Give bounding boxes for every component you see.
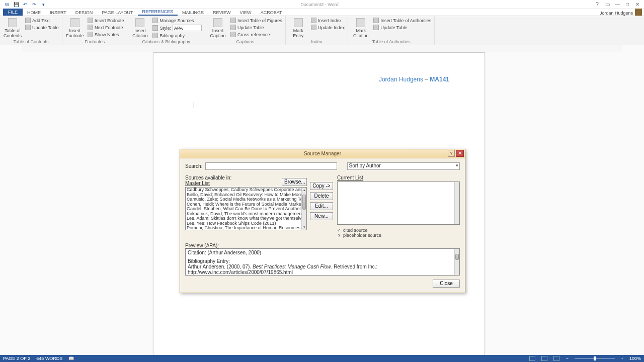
add-text-button[interactable]: Add Text — [24, 17, 60, 24]
copy-button[interactable]: Copy -> — [310, 182, 333, 190]
zoom-slider[interactable] — [575, 358, 615, 359]
bibliography-icon — [152, 33, 158, 38]
dialog-close-icon[interactable]: ✕ — [456, 150, 464, 157]
zoom-out-button[interactable]: − — [566, 356, 568, 361]
save-icon[interactable]: 💾 — [13, 2, 19, 8]
list-item[interactable]: Lee, Yee; How Facebook Ships Code (2011) — [186, 221, 301, 226]
scrollbar[interactable]: ▴ ▾ — [301, 188, 306, 230]
update-toc-button[interactable]: Update Table — [24, 24, 60, 31]
tab-references[interactable]: REFERENCES — [138, 9, 178, 16]
scroll-down-icon[interactable]: ▾ — [302, 225, 307, 230]
group-label: Footnotes — [64, 39, 125, 45]
tab-file[interactable]: FILE — [3, 9, 23, 16]
table-of-contents-button[interactable]: Table of Contents — [2, 17, 23, 39]
account-picture[interactable] — [635, 9, 642, 16]
tab-page-layout[interactable]: PAGE LAYOUT — [97, 10, 137, 16]
group-citations: Citations & Bibliography Insert Citation… — [127, 16, 205, 45]
style-select[interactable]: Style: — [151, 24, 203, 32]
preview-citation: Citation: (Arthur Andersen, 2000) — [188, 250, 457, 255]
next-footnote-button[interactable]: Next Footnote — [87, 24, 125, 31]
insert-endnote-button[interactable]: Insert Endnote — [87, 17, 125, 24]
add-text-icon — [25, 18, 31, 23]
update-toa-button[interactable]: Update Table — [372, 24, 432, 31]
list-item[interactable]: Cohen, Heidi; Where is the Future of Soc… — [186, 202, 301, 207]
current-list-box[interactable] — [337, 182, 460, 225]
list-item[interactable]: Kirkpatrick, David; The world's most mod… — [186, 212, 301, 217]
preview-label: Preview (APA): — [185, 243, 460, 248]
update-icon — [230, 25, 236, 30]
tab-home[interactable]: HOME — [23, 10, 45, 16]
print-layout-icon[interactable] — [541, 356, 547, 361]
scrollbar[interactable] — [454, 249, 459, 275]
list-item[interactable]: Camusio, Zeke; Social Media Networks as … — [186, 197, 301, 202]
undo-icon[interactable]: ↶ — [22, 2, 28, 8]
style-input[interactable] — [173, 25, 202, 31]
manage-sources-button[interactable]: Manage Sources — [151, 17, 203, 24]
new-button[interactable]: New... — [310, 212, 333, 220]
dialog-title-bar[interactable]: Source Manager ? ✕ — [180, 149, 465, 158]
show-notes-button[interactable]: Show Notes — [87, 31, 125, 38]
scrollbar[interactable] — [454, 182, 459, 224]
cross-reference-button[interactable]: Cross-reference — [229, 31, 283, 38]
scroll-thumb[interactable] — [302, 195, 306, 210]
scroll-thumb[interactable] — [455, 254, 459, 260]
browse-button[interactable]: Browse... — [282, 178, 307, 186]
update-tof-button[interactable]: Update Table — [229, 24, 283, 31]
insert-toa-button[interactable]: Insert Table of Authorities — [372, 17, 432, 24]
delete-button[interactable]: Delete — [310, 192, 333, 200]
insert-index-button[interactable]: Insert Index — [310, 17, 346, 24]
redo-icon[interactable]: ↷ — [31, 2, 37, 8]
update-index-button[interactable]: Update Index — [310, 24, 346, 31]
read-mode-icon[interactable] — [529, 356, 535, 361]
insert-caption-button[interactable]: Insert Caption — [207, 17, 228, 39]
tab-review[interactable]: REVIEW — [208, 10, 235, 16]
spellcheck-icon[interactable]: 📖 — [68, 356, 74, 361]
tab-mailings[interactable]: MAILINGS — [178, 10, 208, 16]
group-label: Captions — [207, 39, 283, 45]
account-name[interactable]: Jordan Hudgens — [600, 11, 633, 16]
zoom-in-button[interactable]: + — [621, 356, 623, 361]
dialog-help-icon[interactable]: ? — [448, 150, 455, 157]
style-icon — [152, 25, 158, 31]
current-list-label: Current List — [337, 175, 363, 180]
master-list-label: Master List — [185, 180, 231, 186]
web-layout-icon[interactable] — [553, 356, 559, 361]
insert-footnote-button[interactable]: Insert Footnote — [64, 17, 86, 39]
horizontal-ruler[interactable] — [22, 45, 622, 52]
ribbon-options-icon[interactable]: ▭ — [603, 1, 612, 8]
update-icon — [311, 25, 316, 30]
word-count[interactable]: 645 WORDS — [36, 356, 62, 361]
edit-button[interactable]: Edit... — [310, 202, 333, 210]
toa-icon — [373, 18, 379, 23]
qat-dropdown-icon[interactable]: ▾ — [40, 2, 46, 8]
sort-dropdown[interactable]: Sort by Author — [347, 162, 460, 170]
list-item[interactable]: Biello, David; Enhanced Oil Recovery: Ho… — [186, 193, 301, 198]
help-icon[interactable]: ? — [593, 1, 602, 8]
minimize-icon[interactable]: — — [613, 1, 622, 8]
legend: ✓cited source ?placeholder source — [337, 225, 460, 238]
tab-insert[interactable]: INSERT — [45, 10, 71, 16]
insert-citation-button[interactable]: Insert Citation — [129, 17, 150, 39]
document-title: Document2 - Word — [46, 2, 593, 7]
tab-design[interactable]: DESIGN — [71, 10, 98, 16]
word-icon: W — [4, 2, 10, 8]
list-item[interactable]: Gandel, Stephen; What Can Be Done to Pre… — [186, 207, 301, 212]
mark-citation-button[interactable]: Mark Citation — [350, 17, 371, 39]
show-notes-icon — [88, 32, 93, 37]
scroll-up-icon[interactable]: ▴ — [302, 188, 307, 193]
mark-entry-button[interactable]: Mark Entry — [288, 17, 309, 39]
bibliography-button[interactable]: Bibliography — [151, 32, 203, 39]
maximize-icon[interactable]: □ — [623, 1, 632, 8]
close-icon[interactable]: ✕ — [633, 1, 642, 8]
zoom-level[interactable]: 100% — [629, 356, 641, 361]
tab-acrobat[interactable]: ACROBAT — [256, 10, 287, 16]
page-indicator[interactable]: PAGE 2 OF 2 — [3, 356, 30, 361]
close-button[interactable]: Close — [433, 280, 460, 288]
search-input[interactable] — [205, 162, 337, 170]
list-item[interactable]: Pomoni, Christina; The Importance of Hum… — [186, 226, 301, 230]
list-item[interactable]: Cadbury Schweppes; Cadbury Schweppes Cor… — [186, 188, 301, 193]
list-item[interactable]: Lee, Adam; Skittles don't know what they… — [186, 216, 301, 221]
insert-tof-button[interactable]: Insert Table of Figures — [229, 17, 283, 24]
tab-view[interactable]: VIEW — [235, 10, 256, 16]
master-list-box[interactable]: Cadbury Schweppes; Cadbury Schweppes Cor… — [185, 187, 307, 230]
